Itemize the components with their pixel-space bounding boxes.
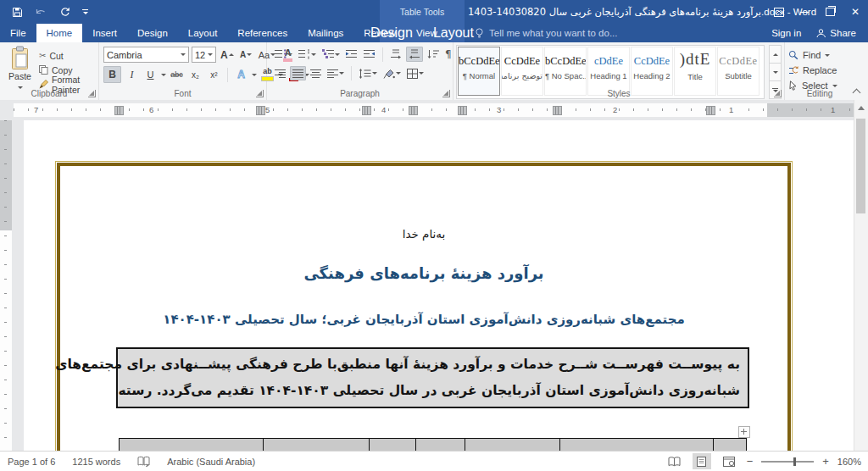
cut-button[interactable]: ✂Cut xyxy=(39,48,98,63)
sort-button[interactable] xyxy=(426,47,441,61)
clipboard-dialog-launcher-icon[interactable] xyxy=(88,90,96,97)
ltr-direction-button[interactable] xyxy=(388,47,403,61)
justify-options-dropdown-icon[interactable] xyxy=(339,72,344,75)
multilevel-dropdown-icon[interactable] xyxy=(335,53,340,56)
intro-line-2[interactable]: شبانه‌روزی دانش‌آموزی استان آذربایجان غر… xyxy=(125,378,740,404)
zoom-slider[interactable] xyxy=(761,461,814,463)
numbering-dropdown-icon[interactable] xyxy=(311,53,316,56)
scroll-up-icon[interactable] xyxy=(854,102,868,114)
shrink-font-button[interactable]: A xyxy=(238,47,254,63)
tell-me-box[interactable]: Tell me what you want to do... xyxy=(475,24,618,42)
grow-font-button[interactable]: A xyxy=(219,47,236,63)
minimize-button[interactable] xyxy=(792,0,817,24)
tab-home[interactable]: Home xyxy=(36,24,83,42)
customize-qat-icon[interactable] xyxy=(82,9,88,14)
paragraph-dialog-launcher-icon[interactable] xyxy=(442,90,450,97)
numbering-button[interactable] xyxy=(297,47,318,61)
replace-button[interactable]: Replace xyxy=(788,63,837,78)
underline-button[interactable]: U xyxy=(142,67,159,82)
document-page[interactable]: به‌نام خدا برآورد هزینۀ برنامه‌های فرهنگ… xyxy=(24,120,854,451)
tell-me-text: Tell me what you want to do... xyxy=(489,28,618,38)
table-column-marker-icon[interactable] xyxy=(409,106,418,115)
strikethrough-button[interactable]: abc xyxy=(169,67,185,82)
table-column-marker-icon[interactable] xyxy=(114,106,124,115)
tab-layout[interactable]: Layout xyxy=(178,24,228,42)
share-button[interactable]: Share xyxy=(816,28,856,38)
tab-table-design[interactable]: Design xyxy=(360,24,423,42)
font-size-combo[interactable]: 12 xyxy=(192,47,216,63)
zoom-level[interactable]: 160% xyxy=(837,457,861,467)
text-effects-dropdown-icon[interactable] xyxy=(252,74,257,76)
undo-icon[interactable] xyxy=(35,8,47,17)
tab-insert[interactable]: Insert xyxy=(82,24,127,42)
document-heading[interactable]: برآورد هزینۀ برنامه‌های فرهنگی xyxy=(57,264,791,282)
borders-button[interactable] xyxy=(405,67,426,80)
styles-scroll-down-icon[interactable] xyxy=(769,63,782,81)
editing-group-label: Editing xyxy=(785,89,854,98)
borders-dropdown-icon[interactable] xyxy=(419,72,424,75)
paragraph-group: ¶ Paragraph xyxy=(267,42,453,100)
word-count[interactable]: 1215 words xyxy=(72,457,120,467)
text-effects-button[interactable]: A xyxy=(233,67,249,82)
select-dropdown-icon[interactable] xyxy=(832,85,837,87)
underline-dropdown-icon[interactable] xyxy=(161,74,166,76)
line-spacing-button[interactable] xyxy=(357,67,379,80)
bullets-dropdown-icon[interactable] xyxy=(287,53,292,56)
italic-button[interactable]: I xyxy=(124,67,140,82)
zoom-slider-thumb[interactable] xyxy=(793,457,796,466)
table-column-marker-icon[interactable] xyxy=(458,106,467,115)
font-dialog-launcher-icon[interactable] xyxy=(256,90,264,97)
table-column-marker-icon[interactable] xyxy=(362,106,371,115)
find-dropdown-icon[interactable] xyxy=(825,54,830,57)
close-button[interactable]: ✕ xyxy=(843,0,868,24)
tab-references[interactable]: References xyxy=(227,24,298,42)
ribbon-display-options-icon[interactable] xyxy=(766,0,792,24)
table-column-marker-icon[interactable] xyxy=(553,106,562,115)
shading-button[interactable] xyxy=(381,67,403,80)
tab-file[interactable]: File xyxy=(0,24,36,42)
zoom-in-button[interactable]: + xyxy=(822,455,829,468)
redo-icon[interactable] xyxy=(59,7,70,17)
read-mode-icon[interactable] xyxy=(665,453,684,469)
table-column-marker-icon[interactable] xyxy=(256,106,265,115)
font-name-combo[interactable]: Cambria xyxy=(103,47,189,63)
bismillah-line[interactable]: به‌نام خدا xyxy=(57,227,791,241)
document-subheading[interactable]: مجتمع‌های شبانه‌روزی دانش‌آموزی استان آذ… xyxy=(57,312,791,327)
align-center-button[interactable] xyxy=(309,67,323,80)
zoom-out-button[interactable]: − xyxy=(747,455,754,468)
align-right-button[interactable] xyxy=(273,67,287,80)
tab-mailings[interactable]: Mailings xyxy=(298,24,353,42)
web-layout-icon[interactable] xyxy=(720,453,738,469)
justify-button[interactable] xyxy=(290,66,306,80)
find-button[interactable]: Find xyxy=(788,47,830,63)
sign-in-button[interactable]: Sign in xyxy=(771,28,801,38)
page-indicator[interactable]: Page 1 of 6 xyxy=(8,457,55,467)
scrollbar-thumb[interactable] xyxy=(856,119,865,213)
save-icon[interactable] xyxy=(12,7,23,18)
tab-design[interactable]: Design xyxy=(127,24,178,42)
decrease-indent-button[interactable] xyxy=(344,47,359,61)
styles-scroll-up-icon[interactable] xyxy=(769,45,782,64)
table-top-edge[interactable] xyxy=(119,438,747,451)
bullets-button[interactable] xyxy=(273,47,294,61)
print-layout-icon[interactable] xyxy=(693,453,711,469)
show-hide-pilcrow-button[interactable]: ¶ xyxy=(443,47,453,62)
language-indicator[interactable]: Arabic (Saudi Arabia) xyxy=(167,457,255,467)
styles-dialog-launcher-icon[interactable] xyxy=(774,90,782,97)
shading-dropdown-icon[interactable] xyxy=(396,72,401,75)
multilevel-list-button[interactable] xyxy=(320,47,342,61)
table-column-marker-icon[interactable] xyxy=(706,106,715,115)
bold-button[interactable]: B xyxy=(103,66,121,83)
superscript-button[interactable]: x² xyxy=(206,67,222,82)
line-spacing-dropdown-icon[interactable] xyxy=(372,72,377,75)
align-left-button[interactable] xyxy=(326,67,346,80)
vertical-scrollbar[interactable] xyxy=(854,100,868,451)
increase-indent-button[interactable] xyxy=(362,47,377,61)
intro-line-1[interactable]: به پیوســت فهرســت شــرح خدمات و برآورد … xyxy=(125,352,740,378)
table-move-handle-icon[interactable] xyxy=(738,426,750,438)
subscript-button[interactable]: x₂ xyxy=(187,67,203,82)
rtl-direction-button[interactable] xyxy=(406,47,423,62)
intro-text-box[interactable]: به پیوســت فهرســت شــرح خدمات و برآورد … xyxy=(116,347,749,408)
restore-button[interactable] xyxy=(817,0,843,24)
proofing-icon[interactable] xyxy=(137,456,150,467)
